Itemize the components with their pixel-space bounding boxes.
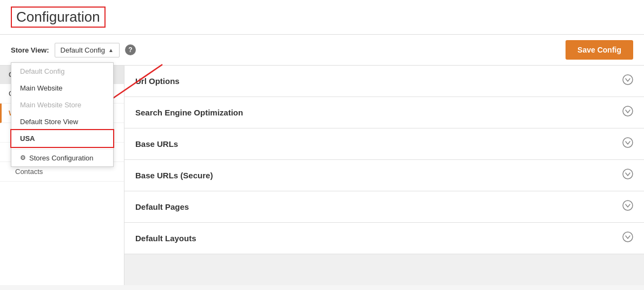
gear-icon: ⚙ <box>20 154 26 162</box>
stores-config-label: Stores Configuration <box>29 154 94 162</box>
svg-point-1 <box>623 75 633 85</box>
store-view-left: Store View: Default Config ▲ ? Default C… <box>11 43 136 57</box>
section-seo[interactable]: Search Engine Optimization <box>124 97 644 128</box>
page-header: Configuration <box>0 0 644 35</box>
store-view-bar: Store View: Default Config ▲ ? Default C… <box>0 35 644 66</box>
section-base-urls-secure-chevron <box>622 169 633 182</box>
store-view-selected-text: Default Config <box>61 46 105 54</box>
section-default-pages-chevron <box>622 200 633 214</box>
menu-item-stores-config[interactable]: ⚙ Stores Configuration <box>11 149 113 166</box>
svg-point-2 <box>623 106 633 116</box>
menu-item-usa[interactable]: USA <box>11 130 113 147</box>
section-seo-chevron <box>622 106 633 119</box>
section-default-pages[interactable]: Default Pages <box>124 191 644 223</box>
store-view-dropdown[interactable]: Default Config ▲ <box>55 43 120 57</box>
menu-item-main-website-store: Main Website Store <box>11 96 113 113</box>
section-base-urls-title: Base URLs <box>135 139 178 149</box>
dropdown-arrow-icon: ▲ <box>108 47 114 53</box>
svg-point-4 <box>623 169 633 179</box>
section-default-pages-title: Default Pages <box>135 202 189 211</box>
section-url-options-chevron <box>622 74 633 88</box>
page-title: Configuration <box>11 7 106 28</box>
save-config-button[interactable]: Save Config <box>566 40 633 60</box>
svg-point-6 <box>623 232 633 242</box>
section-default-layouts[interactable]: Default Layouts <box>124 223 644 254</box>
section-seo-title: Search Engine Optimization <box>135 108 243 117</box>
store-view-menu: Default Config Main Website Main Website… <box>11 62 114 167</box>
menu-item-main-website[interactable]: Main Website <box>11 80 113 96</box>
section-url-options[interactable]: Url Options <box>124 66 644 97</box>
section-default-layouts-title: Default Layouts <box>135 234 196 243</box>
section-base-urls-secure[interactable]: Base URLs (Secure) <box>124 160 644 191</box>
section-base-urls-secure-title: Base URLs (Secure) <box>135 171 213 180</box>
svg-point-5 <box>623 201 633 210</box>
content-area: Url Options Search Engine Optimization B… <box>124 66 644 285</box>
help-icon[interactable]: ? <box>125 44 136 55</box>
store-view-label: Store View: <box>11 46 49 54</box>
menu-item-default-config[interactable]: Default Config <box>11 63 113 80</box>
section-url-options-title: Url Options <box>135 76 180 86</box>
section-default-layouts-chevron <box>622 231 633 245</box>
section-base-urls[interactable]: Base URLs <box>124 128 644 160</box>
section-base-urls-chevron <box>622 137 633 151</box>
menu-item-default-store-view[interactable]: Default Store View <box>11 113 113 130</box>
svg-point-3 <box>623 138 633 147</box>
